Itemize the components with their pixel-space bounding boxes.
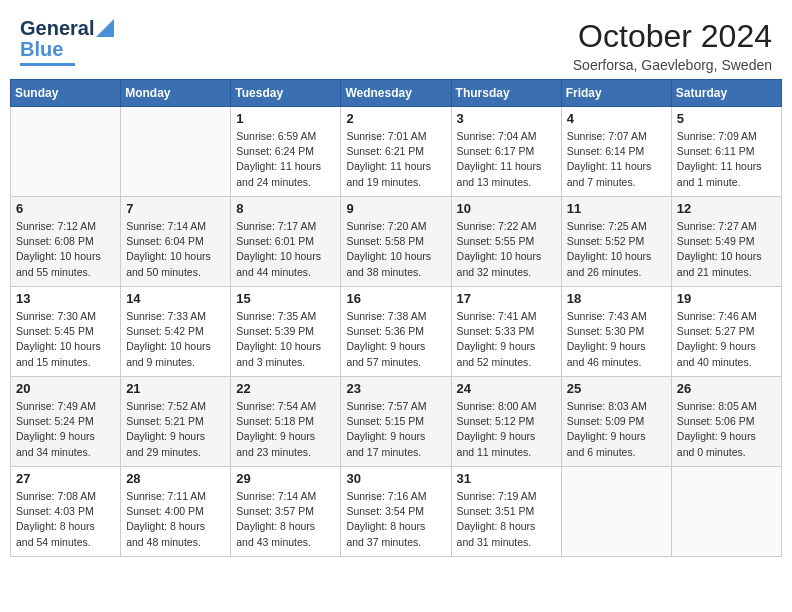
daylight-text: Daylight: 11 hours and 7 minutes. (567, 160, 652, 187)
sunset-text: Sunset: 5:15 PM (346, 415, 424, 427)
sunrise-text: Sunrise: 7:43 AM (567, 310, 647, 322)
logo-underline (20, 63, 75, 66)
sunset-text: Sunset: 6:24 PM (236, 145, 314, 157)
col-thursday: Thursday (451, 80, 561, 107)
day-info: Sunrise: 7:41 AM Sunset: 5:33 PM Dayligh… (457, 309, 556, 370)
calendar-table: Sunday Monday Tuesday Wednesday Thursday… (10, 79, 782, 557)
calendar-week-row: 6 Sunrise: 7:12 AM Sunset: 6:08 PM Dayli… (11, 197, 782, 287)
col-friday: Friday (561, 80, 671, 107)
day-info: Sunrise: 7:04 AM Sunset: 6:17 PM Dayligh… (457, 129, 556, 190)
table-row: 10 Sunrise: 7:22 AM Sunset: 5:55 PM Dayl… (451, 197, 561, 287)
day-number: 13 (16, 291, 115, 306)
sunset-text: Sunset: 5:49 PM (677, 235, 755, 247)
daylight-text: Daylight: 10 hours and 15 minutes. (16, 340, 101, 367)
table-row: 15 Sunrise: 7:35 AM Sunset: 5:39 PM Dayl… (231, 287, 341, 377)
table-row: 17 Sunrise: 7:41 AM Sunset: 5:33 PM Dayl… (451, 287, 561, 377)
table-row: 23 Sunrise: 7:57 AM Sunset: 5:15 PM Dayl… (341, 377, 451, 467)
day-number: 6 (16, 201, 115, 216)
location-subtitle: Soerforsa, Gaevleborg, Sweden (573, 57, 772, 73)
sunset-text: Sunset: 3:54 PM (346, 505, 424, 517)
sunrise-text: Sunrise: 7:11 AM (126, 490, 206, 502)
sunrise-text: Sunrise: 7:20 AM (346, 220, 426, 232)
day-number: 2 (346, 111, 445, 126)
sunrise-text: Sunrise: 7:27 AM (677, 220, 757, 232)
day-number: 21 (126, 381, 225, 396)
sunset-text: Sunset: 6:01 PM (236, 235, 314, 247)
day-info: Sunrise: 7:20 AM Sunset: 5:58 PM Dayligh… (346, 219, 445, 280)
sunset-text: Sunset: 5:45 PM (16, 325, 94, 337)
day-number: 12 (677, 201, 776, 216)
day-number: 11 (567, 201, 666, 216)
table-row: 6 Sunrise: 7:12 AM Sunset: 6:08 PM Dayli… (11, 197, 121, 287)
table-row: 4 Sunrise: 7:07 AM Sunset: 6:14 PM Dayli… (561, 107, 671, 197)
daylight-text: Daylight: 8 hours and 43 minutes. (236, 520, 315, 547)
day-info: Sunrise: 7:16 AM Sunset: 3:54 PM Dayligh… (346, 489, 445, 550)
daylight-text: Daylight: 11 hours and 13 minutes. (457, 160, 542, 187)
table-row: 8 Sunrise: 7:17 AM Sunset: 6:01 PM Dayli… (231, 197, 341, 287)
table-row: 20 Sunrise: 7:49 AM Sunset: 5:24 PM Dayl… (11, 377, 121, 467)
sunset-text: Sunset: 5:58 PM (346, 235, 424, 247)
table-row (121, 107, 231, 197)
daylight-text: Daylight: 9 hours and 34 minutes. (16, 430, 95, 457)
day-number: 24 (457, 381, 556, 396)
day-number: 16 (346, 291, 445, 306)
sunrise-text: Sunrise: 7:46 AM (677, 310, 757, 322)
day-number: 26 (677, 381, 776, 396)
daylight-text: Daylight: 10 hours and 21 minutes. (677, 250, 762, 277)
table-row (561, 467, 671, 557)
sunrise-text: Sunrise: 8:03 AM (567, 400, 647, 412)
sunrise-text: Sunrise: 7:52 AM (126, 400, 206, 412)
svg-marker-0 (96, 19, 114, 37)
sunset-text: Sunset: 5:21 PM (126, 415, 204, 427)
sunrise-text: Sunrise: 7:19 AM (457, 490, 537, 502)
day-number: 9 (346, 201, 445, 216)
day-number: 7 (126, 201, 225, 216)
sunset-text: Sunset: 5:30 PM (567, 325, 645, 337)
sunset-text: Sunset: 3:57 PM (236, 505, 314, 517)
sunrise-text: Sunrise: 7:30 AM (16, 310, 96, 322)
daylight-text: Daylight: 10 hours and 9 minutes. (126, 340, 211, 367)
day-number: 15 (236, 291, 335, 306)
table-row: 26 Sunrise: 8:05 AM Sunset: 5:06 PM Dayl… (671, 377, 781, 467)
sunrise-text: Sunrise: 7:25 AM (567, 220, 647, 232)
sunrise-text: Sunrise: 8:00 AM (457, 400, 537, 412)
table-row: 27 Sunrise: 7:08 AM Sunset: 4:03 PM Dayl… (11, 467, 121, 557)
table-row: 28 Sunrise: 7:11 AM Sunset: 4:00 PM Dayl… (121, 467, 231, 557)
sunset-text: Sunset: 6:04 PM (126, 235, 204, 247)
day-info: Sunrise: 7:11 AM Sunset: 4:00 PM Dayligh… (126, 489, 225, 550)
day-info: Sunrise: 7:30 AM Sunset: 5:45 PM Dayligh… (16, 309, 115, 370)
day-info: Sunrise: 7:38 AM Sunset: 5:36 PM Dayligh… (346, 309, 445, 370)
day-info: Sunrise: 7:46 AM Sunset: 5:27 PM Dayligh… (677, 309, 776, 370)
table-row: 30 Sunrise: 7:16 AM Sunset: 3:54 PM Dayl… (341, 467, 451, 557)
logo-triangle-icon (96, 19, 114, 37)
day-info: Sunrise: 6:59 AM Sunset: 6:24 PM Dayligh… (236, 129, 335, 190)
table-row: 1 Sunrise: 6:59 AM Sunset: 6:24 PM Dayli… (231, 107, 341, 197)
sunrise-text: Sunrise: 7:12 AM (16, 220, 96, 232)
sunset-text: Sunset: 5:33 PM (457, 325, 535, 337)
day-info: Sunrise: 7:49 AM Sunset: 5:24 PM Dayligh… (16, 399, 115, 460)
day-info: Sunrise: 7:57 AM Sunset: 5:15 PM Dayligh… (346, 399, 445, 460)
calendar-week-row: 1 Sunrise: 6:59 AM Sunset: 6:24 PM Dayli… (11, 107, 782, 197)
sunrise-text: Sunrise: 7:38 AM (346, 310, 426, 322)
day-info: Sunrise: 8:05 AM Sunset: 5:06 PM Dayligh… (677, 399, 776, 460)
col-sunday: Sunday (11, 80, 121, 107)
sunset-text: Sunset: 5:39 PM (236, 325, 314, 337)
day-info: Sunrise: 7:12 AM Sunset: 6:08 PM Dayligh… (16, 219, 115, 280)
day-info: Sunrise: 7:52 AM Sunset: 5:21 PM Dayligh… (126, 399, 225, 460)
sunset-text: Sunset: 5:36 PM (346, 325, 424, 337)
calendar-header-row: Sunday Monday Tuesday Wednesday Thursday… (11, 80, 782, 107)
calendar-week-row: 20 Sunrise: 7:49 AM Sunset: 5:24 PM Dayl… (11, 377, 782, 467)
daylight-text: Daylight: 9 hours and 23 minutes. (236, 430, 315, 457)
day-info: Sunrise: 7:27 AM Sunset: 5:49 PM Dayligh… (677, 219, 776, 280)
sunset-text: Sunset: 5:42 PM (126, 325, 204, 337)
table-row: 31 Sunrise: 7:19 AM Sunset: 3:51 PM Dayl… (451, 467, 561, 557)
daylight-text: Daylight: 9 hours and 17 minutes. (346, 430, 425, 457)
day-info: Sunrise: 7:43 AM Sunset: 5:30 PM Dayligh… (567, 309, 666, 370)
day-info: Sunrise: 8:03 AM Sunset: 5:09 PM Dayligh… (567, 399, 666, 460)
table-row: 7 Sunrise: 7:14 AM Sunset: 6:04 PM Dayli… (121, 197, 231, 287)
daylight-text: Daylight: 10 hours and 3 minutes. (236, 340, 321, 367)
sunrise-text: Sunrise: 7:54 AM (236, 400, 316, 412)
sunrise-text: Sunrise: 7:16 AM (346, 490, 426, 502)
sunset-text: Sunset: 6:11 PM (677, 145, 755, 157)
sunset-text: Sunset: 4:03 PM (16, 505, 94, 517)
